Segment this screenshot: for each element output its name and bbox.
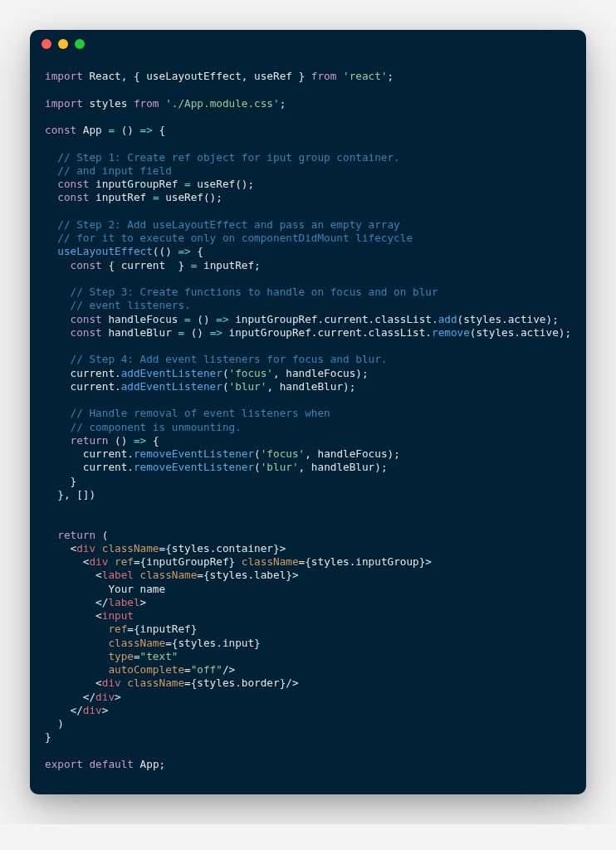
code-text	[45, 529, 57, 541]
code-text: =	[134, 650, 140, 662]
jsx-tag: div	[83, 704, 102, 716]
keyword: return	[71, 434, 109, 447]
code-text: (	[254, 461, 261, 473]
code-text: >	[280, 542, 286, 554]
window-titlebar	[30, 30, 586, 58]
operator: =>	[178, 245, 190, 257]
string: './App.module.css'	[165, 97, 280, 110]
code-text: />	[286, 677, 298, 689]
code-text	[45, 434, 71, 447]
code-text: </	[45, 596, 108, 608]
code-text: Your name	[45, 583, 165, 595]
code-text: , handleBlur);	[299, 461, 388, 473]
code-text	[45, 245, 57, 257]
code-text: <	[45, 542, 76, 554]
function: add	[438, 313, 457, 325]
jsx-attr: className	[127, 677, 184, 689]
code-text	[45, 623, 108, 635]
keyword: const	[45, 124, 76, 136]
keyword: const	[71, 259, 102, 271]
code-text: (	[222, 380, 229, 393]
comment: // Handle removal of event listeners whe…	[45, 407, 330, 419]
code-text	[45, 663, 108, 676]
code-window: import React, { useLayoutEffect, useRef …	[30, 30, 586, 794]
close-icon[interactable]	[42, 39, 51, 49]
jsx-tag: div	[76, 542, 95, 554]
code-text: handleFocus	[102, 313, 184, 325]
keyword: const	[71, 326, 102, 339]
function: addEventListener	[121, 367, 222, 379]
code-text: <	[45, 569, 102, 581]
code-text: {styles.container}	[165, 542, 280, 554]
operator: =>	[210, 326, 222, 339]
code-text: { current }	[102, 259, 191, 271]
keyword: const	[57, 178, 89, 190]
string: 'blur'	[229, 380, 267, 393]
code-text: <	[45, 609, 102, 622]
code-text: inputGroupRef.current.classList.	[229, 313, 438, 325]
code-text: =	[159, 542, 166, 554]
code-text: }, [])	[45, 488, 95, 501]
code-text: styles	[83, 97, 134, 110]
keyword: import	[45, 70, 83, 82]
code-text: inputGroupRef	[89, 178, 184, 190]
jsx-tag: div	[102, 677, 121, 689]
code-text	[134, 569, 140, 581]
code-text: =	[184, 663, 191, 676]
code-text	[108, 555, 115, 568]
minimize-icon[interactable]	[58, 39, 68, 49]
code-text: />	[222, 663, 235, 676]
jsx-attr: ref	[108, 623, 127, 635]
code-text: useRef();	[191, 178, 254, 190]
function: remove	[432, 326, 470, 339]
code-text: =	[165, 637, 172, 649]
code-text: React, { useLayoutEffect, useRef }	[83, 70, 311, 82]
code-text: =	[197, 569, 203, 581]
code-text: ()	[108, 434, 134, 447]
code-text	[45, 637, 108, 649]
code-text: >	[425, 555, 432, 568]
string: "text"	[140, 650, 178, 662]
comment: // event listeners.	[45, 299, 191, 311]
jsx-attr: className	[242, 555, 299, 568]
jsx-attr: type	[108, 650, 134, 662]
code-text: ;	[280, 97, 286, 110]
string: 'focus'	[261, 447, 305, 460]
code-text: (	[254, 447, 261, 460]
jsx-tag: label	[108, 596, 139, 608]
comment: // Step 2: Add useLayoutEffect and pass …	[45, 218, 400, 231]
keyword: import	[45, 97, 83, 110]
operator: =	[184, 178, 191, 190]
code-text: </	[45, 691, 95, 703]
code-text: {inputGroupRef}	[140, 555, 236, 568]
code-text: ()	[184, 326, 210, 339]
comment: // Step 4: Add event listeners for focus…	[45, 353, 387, 365]
code-text: {	[146, 434, 159, 447]
code-text: =	[184, 677, 191, 689]
code-text: {	[191, 245, 203, 257]
jsx-tag: div	[89, 555, 108, 568]
code-text: >	[115, 691, 121, 703]
code-text: current.	[45, 367, 121, 379]
code-text: ()	[115, 124, 140, 136]
code-text	[235, 555, 242, 568]
comment: // Step 3: Create functions to handle on…	[45, 286, 438, 298]
maximize-icon[interactable]	[75, 39, 85, 49]
code-text: , handleFocus);	[305, 447, 400, 460]
code-text	[45, 313, 71, 325]
code-text: </	[45, 704, 83, 716]
code-text	[45, 191, 57, 203]
operator: =	[153, 191, 159, 203]
operator: =	[184, 313, 191, 325]
code-text: {	[153, 124, 165, 136]
code-text: (styles.active);	[470, 326, 571, 339]
function: removeEventListener	[134, 447, 254, 460]
function: useLayoutEffect	[57, 245, 153, 257]
code-block: import React, { useLayoutEffect, useRef …	[30, 58, 586, 794]
string: 'react'	[343, 70, 387, 82]
code-text: =	[134, 555, 140, 568]
keyword: default	[89, 758, 133, 770]
code-text: }	[45, 730, 51, 743]
keyword: from	[134, 97, 159, 110]
code-text: {inputRef}	[134, 623, 197, 635]
